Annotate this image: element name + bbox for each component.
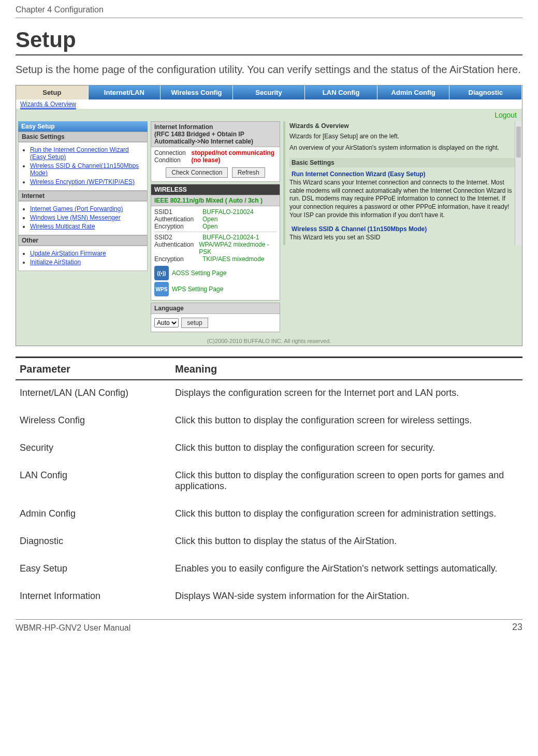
link-run-wizard[interactable]: Run the Internet Connection Wizard (Easy… (30, 146, 129, 161)
wireless-header: WIRELESS (151, 184, 280, 195)
group-other-header: Other (18, 235, 148, 246)
language-setup-button[interactable]: setup (181, 318, 208, 328)
logout-link[interactable]: Logout (495, 111, 517, 119)
table-row: Internet InformationDisplays WAN-side sy… (16, 581, 522, 609)
conn-label: Connection Condition (154, 149, 187, 164)
group-basic-header: Basic Settings (18, 132, 148, 142)
tab-setup[interactable]: Setup (16, 85, 89, 99)
link-port-forwarding[interactable]: Internet Games (Port Forwarding) (30, 205, 123, 212)
tab-internet-lan[interactable]: Internet/LAN (89, 85, 161, 99)
help-basic-header: Basic Settings (289, 158, 520, 167)
page-title: Setup (16, 27, 522, 55)
easy-setup-title: Easy Setup (18, 121, 148, 132)
table-row: Easy SetupEnables you to easily configur… (16, 554, 522, 581)
link-firmware[interactable]: Update AirStation Firmware (30, 250, 106, 257)
tab-diagnostic[interactable]: Diagnostic (449, 85, 522, 99)
copyright: (C)2000-2010 BUFFALO INC. All rights res… (16, 336, 522, 346)
left-column: Easy Setup Basic Settings Run the Intern… (18, 121, 148, 271)
lead-paragraph: Setup is the home page of the configurat… (16, 63, 522, 77)
tab-lan-config[interactable]: LAN Config (305, 85, 377, 99)
link-initialize[interactable]: Initialize AirStation (30, 259, 81, 266)
subnav: Wizards & Overview (16, 99, 522, 109)
wps-icon[interactable]: WPS (154, 282, 169, 296)
subnav-link[interactable]: Wizards & Overview (20, 101, 76, 109)
refresh-button[interactable]: Refresh (232, 167, 265, 178)
help-run-body: This Wizard scans your Internet connecti… (289, 179, 520, 222)
tab-wireless-config[interactable]: Wireless Config (161, 85, 233, 99)
parameter-table: Parameter Meaning Internet/LAN (LAN Conf… (16, 356, 522, 609)
help-p1: Wizards for [Easy Setup] are on the left… (289, 133, 520, 144)
link-wireless-encryption[interactable]: Wireless Encryption (WEP/TKIP/AES) (30, 178, 135, 186)
link-multicast[interactable]: Wireless Multicast Rate (30, 223, 95, 230)
language-header: Language (151, 303, 280, 314)
top-tabs: Setup Internet/LAN Wireless Config Secur… (16, 85, 522, 99)
group-internet-header: Internet (18, 191, 148, 201)
table-row: Wireless ConfigClick this button to disp… (16, 406, 522, 433)
help-run-title: Run Internet Connection Wizard (Easy Set… (289, 169, 520, 179)
table-row: Internet/LAN (LAN Config)Displays the co… (16, 380, 522, 406)
help-p2: An overview of your AirStation's system … (289, 144, 520, 155)
table-row: Admin ConfigClick this button to display… (16, 499, 522, 526)
aoss-icon[interactable]: ((•)) (154, 266, 169, 280)
help-title: Wizards & Overview (289, 121, 520, 133)
tab-admin-config[interactable]: Admin Config (377, 85, 450, 99)
wps-link[interactable]: WPS Setting Page (172, 286, 223, 293)
table-row: SecurityClick this button to display the… (16, 433, 522, 461)
internet-info-header: Internet Information (RFC 1483 Bridged +… (151, 122, 280, 147)
aoss-link[interactable]: AOSS Setting Page (172, 269, 226, 277)
chapter-header: Chapter 4 Configuration (16, 5, 522, 18)
help-ssid-title: Wireless SSID & Channel (11n150Mbps Mode… (289, 222, 520, 234)
help-ssid-body: This Wizard lets you set an SSID (289, 234, 520, 245)
table-row: DiagnosticClick this button to display t… (16, 526, 522, 554)
conn-value: stopped/not communicating (no lease) (192, 149, 277, 164)
scrollbar[interactable] (515, 121, 522, 245)
table-row: LAN ConfigClick this button to display t… (16, 461, 522, 499)
page-footer: WBMR-HP-GNV2 User Manual 23 (16, 619, 522, 633)
help-column: Wizards & Overview Wizards for [Easy Set… (283, 121, 520, 245)
link-msn[interactable]: Windows Live (MSN) Messenger (30, 214, 121, 221)
check-connection-button[interactable]: Check Connection (166, 167, 228, 178)
th-parameter: Parameter (16, 358, 171, 380)
tab-security[interactable]: Security (233, 85, 306, 99)
middle-column: Internet Information (RFC 1483 Bridged +… (151, 121, 280, 334)
link-ssid-channel[interactable]: Wireless SSID & Channel(11n150Mbps Mode) (30, 162, 139, 177)
wireless-mode: IEEE 802.11n/g/b Mixed ( Auto / 3ch ) (151, 195, 280, 206)
th-meaning: Meaning (171, 358, 522, 380)
footer-model: WBMR-HP-GNV2 User Manual (16, 623, 130, 633)
language-select[interactable]: Auto (154, 318, 179, 327)
screenshot-figure: Setup Internet/LAN Wireless Config Secur… (16, 85, 522, 346)
page-number: 23 (512, 622, 522, 633)
